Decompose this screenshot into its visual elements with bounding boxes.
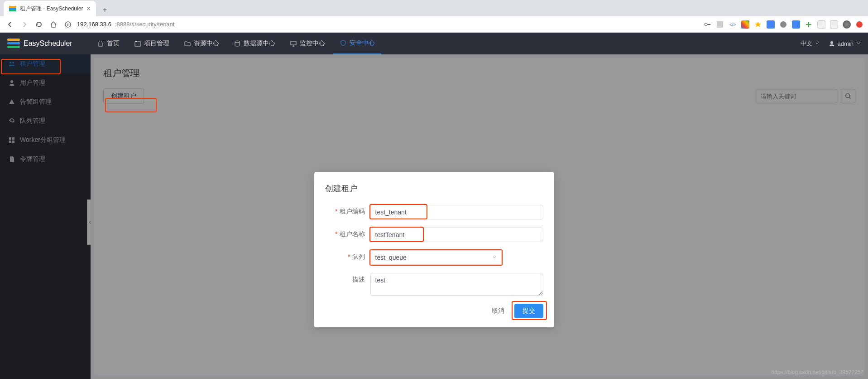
site-info-icon[interactable] [62,19,73,30]
avatar-icon[interactable] [843,20,851,29]
browser-tab[interactable]: 租户管理 - EasyScheduler × [4,1,96,16]
svg-rect-0 [9,6,16,8]
logo[interactable]: EasyScheduler [7,39,72,49]
svg-rect-14 [135,42,140,46]
svg-rect-11 [7,39,20,41]
tab-strip: 租户管理 - EasyScheduler × + [0,0,868,16]
ext-icon[interactable] [741,20,749,29]
ext-icon[interactable] [830,20,838,29]
chevron-down-icon [815,41,820,46]
svg-rect-1 [9,8,16,10]
home-button[interactable] [48,19,59,30]
folder-icon [184,40,191,47]
url-host: 192.168.33.6 [77,21,111,28]
modal-title: 创建租户 [325,183,543,194]
ext-icon[interactable] [716,20,724,29]
new-tab-button[interactable]: + [99,4,111,16]
svg-rect-5 [67,24,68,26]
favicon-icon [9,5,16,12]
form-row-queue: *队列 test_queue [325,250,543,265]
svg-text:</>: </> [729,22,736,27]
submit-button[interactable]: 提交 [514,304,543,318]
url-input[interactable]: 192.168.33.6:8888/#/security/tenant [77,21,700,28]
nav-security[interactable]: 安全中心 [333,33,381,54]
app-header: EasyScheduler 首页 项目管理 资源中心 数据源中心 监控中心 安全… [0,33,868,54]
ext-icon[interactable] [792,20,800,29]
nav-project[interactable]: 项目管理 [128,33,176,54]
back-button[interactable] [5,19,15,30]
nav-monitor[interactable]: 监控中心 [283,33,331,54]
app-name: EasyScheduler [24,39,72,48]
home-icon [97,40,104,47]
nav-home[interactable]: 首页 [91,33,126,54]
top-nav: 首页 项目管理 资源中心 数据源中心 监控中心 安全中心 [91,33,381,54]
nav-resource[interactable]: 资源中心 [177,33,225,54]
browser-chrome: 租户管理 - EasyScheduler × + 192.168.33.6:88… [0,0,868,33]
tenant-name-input[interactable] [370,228,543,242]
user-menu[interactable]: admin [829,40,861,47]
ext-icon[interactable] [855,20,863,29]
language-selector[interactable]: 中文 [801,39,820,48]
svg-rect-17 [291,41,296,45]
project-icon [134,40,141,47]
ext-icon[interactable] [805,20,813,29]
svg-rect-2 [9,10,16,11]
forward-button[interactable] [19,19,30,30]
modal-overlay[interactable]: 创建租户 *租户编码 *租户名称 *队列 test_queue [0,54,868,379]
ext-icon[interactable] [817,20,825,29]
monitor-icon [290,40,297,47]
queue-select[interactable]: test_queue [370,250,502,265]
ext-icon[interactable] [767,20,775,29]
svg-point-6 [705,23,707,26]
svg-rect-12 [7,42,20,44]
svg-rect-13 [7,46,20,48]
cancel-button[interactable]: 取消 [485,304,511,318]
svg-point-4 [67,23,68,24]
chevron-down-icon [856,41,861,46]
create-tenant-modal: 创建租户 *租户编码 *租户名称 *队列 test_queue [314,172,554,327]
user-icon [829,40,835,47]
shield-icon [340,39,347,47]
form-row-code: *租户编码 [325,205,543,219]
svg-rect-15 [135,41,137,42]
address-bar: 192.168.33.6:8888/#/security/tenant </> [0,16,868,33]
svg-rect-7 [707,24,710,25]
header-right: 中文 admin [801,39,861,48]
modal-footer: 取消 提交 [325,304,543,318]
extension-icons: </> [703,20,863,29]
form-row-desc: 描述 [325,273,543,296]
ext-icon[interactable]: </> [729,20,737,29]
watermark: https://blog.csdn.net/github_39577257 [772,369,864,375]
chevron-down-icon [492,255,497,260]
description-textarea[interactable] [370,273,543,296]
nav-datasource[interactable]: 数据源中心 [227,33,282,54]
svg-point-10 [856,21,863,28]
tab-title: 租户管理 - EasyScheduler [20,5,83,13]
reload-button[interactable] [34,19,44,30]
svg-rect-8 [717,21,723,28]
logo-icon [7,39,20,49]
svg-point-16 [235,41,240,43]
database-icon [234,40,241,47]
ext-icon[interactable] [779,20,787,29]
form-row-name: *租户名称 [325,228,543,242]
url-path: :8888/#/security/tenant [115,21,175,28]
svg-point-18 [830,41,833,44]
star-icon[interactable] [754,20,762,29]
tenant-code-input[interactable] [370,205,543,219]
close-icon[interactable]: × [86,5,90,12]
key-icon[interactable] [703,20,711,29]
